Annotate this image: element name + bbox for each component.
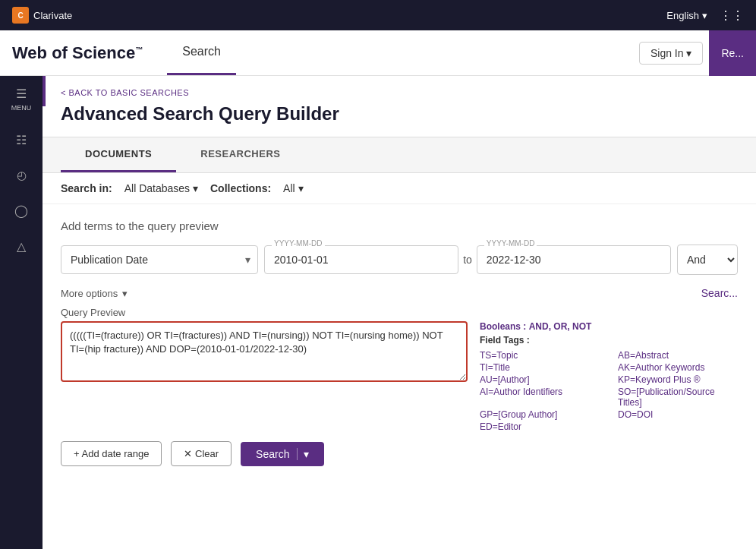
chevron-down-icon: ▾ xyxy=(193,182,198,194)
date-input-group: YYYY-MM-DD to YYYY-MM-DD xyxy=(264,245,671,274)
search-in-dropdown[interactable]: All Databases ▾ xyxy=(124,182,198,194)
register-button[interactable]: Re... xyxy=(709,30,756,76)
tab-documents[interactable]: DOCUMENTS xyxy=(61,137,176,172)
boolean-select-wrapper: And Or Not xyxy=(677,245,738,275)
sidebar-item-history[interactable]: ◴ xyxy=(14,164,30,187)
language-label: English xyxy=(666,10,699,21)
field-row: Publication Date Title Author DOI Topic … xyxy=(61,245,738,275)
tab-researchers[interactable]: RESEARCHERS xyxy=(176,137,304,172)
collections-dropdown[interactable]: All ▾ xyxy=(283,182,303,194)
clarivate-logo-icon: C xyxy=(12,7,29,24)
main-content: < BACK TO BASIC SEARCHES Advanced Search… xyxy=(43,76,756,549)
wos-logo: Web of Science™ xyxy=(12,43,143,63)
field-tag-editor[interactable]: ED=Editor xyxy=(480,421,600,432)
query-area-row: (((((TI=(fracture)) OR TI=(fractures)) A… xyxy=(61,321,738,432)
page-title: Advanced Search Query Builder xyxy=(43,100,756,137)
more-options-button[interactable]: More options ▾ xyxy=(61,288,128,299)
to-label: to xyxy=(463,254,472,266)
field-tag-author-keywords[interactable]: AK=Author Keywords xyxy=(618,362,738,373)
header-right: Sign In ▾ Re... xyxy=(639,30,756,76)
field-tags-title: Field Tags : xyxy=(480,335,738,345)
sidebar-item-notifications[interactable]: △ xyxy=(14,235,29,258)
sign-in-button[interactable]: Sign In ▾ xyxy=(639,42,703,65)
field-tags-panel: Booleans : AND, OR, NOT Field Tags : TS=… xyxy=(480,321,738,432)
add-date-range-button[interactable]: + Add date range xyxy=(61,441,162,466)
field-tag-topic[interactable]: TS=Topic xyxy=(480,350,600,361)
top-bar-left: C Clarivate xyxy=(12,7,72,24)
field-tag-author-id[interactable]: AI=Author Identifiers xyxy=(480,387,600,408)
action-row: + Add date range ✕ Clear Search ▾ xyxy=(61,441,738,466)
main-layout: ☰ MENU ☷ ◴ ◯ △ < BACK TO BASIC SEARCHES … xyxy=(0,76,756,549)
search-button[interactable]: Search ▾ xyxy=(241,442,324,466)
date-to-input[interactable] xyxy=(477,245,671,274)
date-to-label: YYYY-MM-DD xyxy=(484,239,537,248)
field-tag-author[interactable]: AU=[Author] xyxy=(480,374,600,385)
sidebar-item-list[interactable]: ☷ xyxy=(13,128,30,152)
clarivate-logo-text: Clarivate xyxy=(33,10,72,21)
chevron-down-icon: ▾ xyxy=(122,288,128,299)
date-from-wrapper: YYYY-MM-DD xyxy=(264,245,458,274)
header-nav: Search xyxy=(167,30,236,75)
top-bar-right: English ▾ ⋮⋮ xyxy=(666,8,744,23)
scroll-indicator xyxy=(43,76,46,106)
grid-icon[interactable]: ⋮⋮ xyxy=(720,8,744,23)
query-preview-label: Query Preview xyxy=(61,307,738,318)
tab-search[interactable]: Search xyxy=(167,30,236,75)
field-tag-doi[interactable]: DO=DOI xyxy=(618,409,738,420)
date-from-label: YYYY-MM-DD xyxy=(272,239,325,248)
search-link[interactable]: Searc... xyxy=(701,287,738,299)
search-in-label: Search in: xyxy=(61,182,112,194)
more-options-row: More options ▾ Searc... xyxy=(61,287,738,299)
list-icon: ☷ xyxy=(16,133,27,147)
field-tag-keyword-plus[interactable]: KP=Keyword Plus ® xyxy=(618,374,738,385)
field-tag-group-author[interactable]: GP=[Group Author] xyxy=(480,409,600,420)
sidebar-item-account[interactable]: ◯ xyxy=(11,199,31,222)
history-icon: ◴ xyxy=(17,169,27,182)
field-tag-title[interactable]: TI=Title xyxy=(480,362,600,373)
sidebar-menu-toggle[interactable]: ☰ MENU xyxy=(8,82,35,116)
query-textarea-wrapper: (((((TI=(fracture)) OR TI=(fractures)) A… xyxy=(61,321,468,432)
query-textarea[interactable]: (((((TI=(fracture)) OR TI=(fractures)) A… xyxy=(61,321,468,382)
clarivate-logo: C Clarivate xyxy=(12,7,72,24)
chevron-down-icon: ▾ xyxy=(702,10,707,21)
collections-label: Collections: xyxy=(210,182,271,194)
boolean-select[interactable]: And Or Not xyxy=(677,245,738,275)
query-builder: Add terms to the query preview Publicati… xyxy=(43,204,756,481)
top-bar: C Clarivate English ▾ ⋮⋮ xyxy=(0,0,756,30)
field-select-wrapper: Publication Date Title Author DOI Topic … xyxy=(61,245,258,274)
date-to-wrapper: YYYY-MM-DD xyxy=(477,245,671,274)
booleans-line: Booleans : AND, OR, NOT xyxy=(480,321,738,332)
tab-section: DOCUMENTS RESEARCHERS xyxy=(43,137,756,173)
section-title: Add terms to the query preview xyxy=(61,219,738,232)
bell-icon: △ xyxy=(17,239,26,254)
language-selector[interactable]: English ▾ xyxy=(666,10,707,21)
header-bar: Web of Science™ Search Sign In ▾ Re... xyxy=(0,30,756,76)
chevron-down-icon: ▾ xyxy=(298,182,304,194)
back-to-basic-searches-link[interactable]: < BACK TO BASIC SEARCHES xyxy=(43,76,756,100)
search-options-bar: Search in: All Databases ▾ Collections: … xyxy=(43,173,756,204)
date-from-input[interactable] xyxy=(264,245,458,274)
field-tags-grid: TS=Topic AB=Abstract TI=Title AK=Author … xyxy=(480,350,738,432)
account-icon: ◯ xyxy=(14,204,28,218)
clear-button[interactable]: ✕ Clear xyxy=(171,441,232,466)
menu-icon: ☰ xyxy=(16,87,27,101)
sidebar-menu-label: MENU xyxy=(11,104,32,112)
field-type-select[interactable]: Publication Date Title Author DOI Topic xyxy=(61,245,258,274)
field-tag-source[interactable]: SO=[Publication/Source Titles] xyxy=(618,387,738,408)
tab-row: DOCUMENTS RESEARCHERS xyxy=(43,137,756,172)
field-tag-abstract[interactable]: AB=Abstract xyxy=(618,350,738,361)
search-dropdown-arrow[interactable]: ▾ xyxy=(297,448,309,460)
sidebar: ☰ MENU ☷ ◴ ◯ △ xyxy=(0,76,43,549)
